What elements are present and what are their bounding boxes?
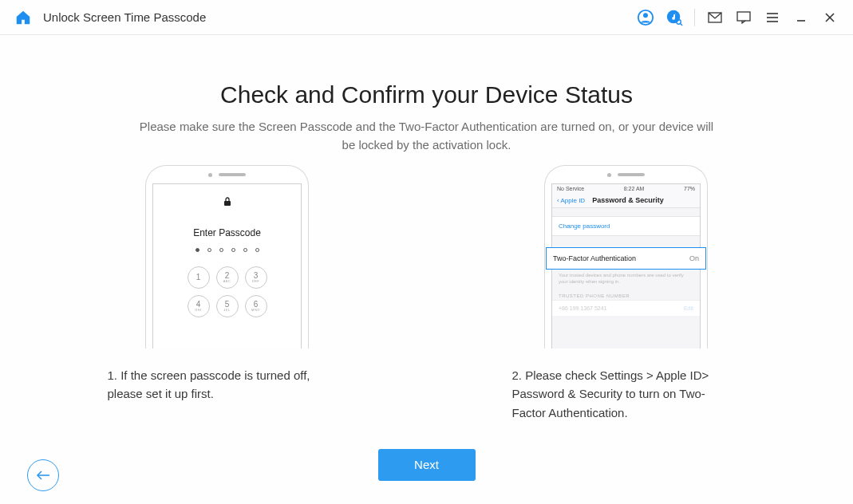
svg-rect-6 (737, 12, 750, 21)
two-factor-row: Two-Factor Authentication On (546, 247, 706, 270)
enter-passcode-label: Enter Passcode (193, 227, 261, 238)
subheading: Please make sure the Screen Passcode and… (140, 118, 714, 154)
change-password-row: Change password (552, 216, 700, 236)
panel-twofactor: No Service 8:22 AM 77% ‹ Apple ID Passwo… (507, 165, 746, 422)
phone-illustration-twofactor: No Service 8:22 AM 77% ‹ Apple ID Passwo… (544, 165, 708, 348)
tfa-description: Your trusted devices and phone numbers a… (552, 270, 700, 289)
mail-icon[interactable] (706, 9, 724, 26)
home-icon[interactable] (14, 9, 32, 26)
tfa-label: Two-Factor Authentication (553, 254, 636, 262)
divider (694, 9, 695, 26)
phone-illustration-passcode: Enter Passcode 1 2ABC 3DEF 4GHI 5JKL 6MN… (145, 165, 309, 348)
heading: Check and Confirm your Device Status (48, 81, 805, 108)
passcode-dots (195, 248, 259, 252)
status-battery: 77% (684, 186, 695, 191)
svg-point-2 (667, 10, 681, 23)
feedback-icon[interactable] (735, 9, 752, 26)
trusted-header: TRUSTED PHONE NUMBER (552, 289, 700, 300)
user-icon[interactable] (637, 9, 654, 26)
lock-icon (223, 197, 231, 207)
next-button[interactable]: Next (378, 449, 476, 481)
tfa-value: On (689, 254, 699, 262)
page-title: Unlock Screen Time Passcode (43, 10, 206, 24)
back-button[interactable] (27, 459, 59, 491)
status-left: No Service (557, 186, 584, 191)
caption-passcode: 1. If the screen passcode is turned off,… (108, 366, 347, 404)
svg-point-1 (643, 13, 648, 18)
nav-bar: ‹ Apple ID Password & Security (552, 193, 700, 208)
nav-title: Password & Security (561, 196, 695, 204)
close-icon[interactable] (821, 9, 839, 26)
keypad: 1 2ABC 3DEF 4GHI 5JKL 6MNO (188, 266, 267, 317)
menu-icon[interactable] (764, 9, 781, 26)
main-content: Check and Confirm your Device Status Ple… (0, 35, 853, 504)
status-bar: No Service 8:22 AM 77% (552, 184, 700, 193)
panel-passcode: Enter Passcode 1 2ABC 3DEF 4GHI 5JKL 6MN… (108, 165, 347, 422)
svg-rect-13 (224, 201, 231, 206)
music-search-icon[interactable] (665, 9, 683, 26)
caption-twofactor: 2. Please check Settings > Apple ID> Pas… (512, 366, 736, 422)
trusted-number-row: +86 199 1367 5241 Edit (552, 300, 700, 316)
app-header: Unlock Screen Time Passcode (0, 0, 853, 35)
status-time: 8:22 AM (624, 186, 645, 191)
svg-line-4 (680, 23, 682, 26)
minimize-icon[interactable] (792, 9, 810, 26)
